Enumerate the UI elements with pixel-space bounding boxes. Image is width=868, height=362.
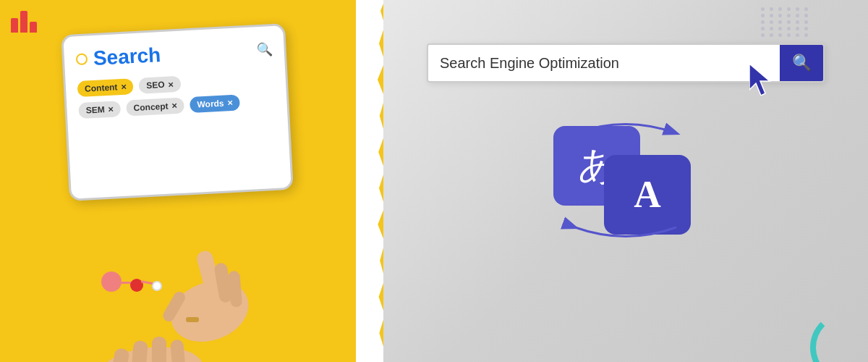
svg-rect-5 [186,317,199,322]
teal-circle-decoration [810,311,868,362]
tag-content-close[interactable]: ✕ [120,83,127,90]
search-input[interactable] [428,45,780,81]
svg-rect-8 [130,340,148,362]
tag-content-label: Content [85,82,118,93]
tag-seo-close[interactable]: ✕ [167,80,174,88]
tablet-search-bar: Search 🔍 [75,38,273,71]
tablet-mockup: Search 🔍 Content ✕ SEO ✕ SEM ✕ Concept ✕ [61,23,294,201]
tablet-search-icon: 🔍 [256,41,273,58]
left-panel: Search 🔍 Content ✕ SEO ✕ SEM ✕ Concept ✕ [0,0,383,362]
tag-seo[interactable]: SEO ✕ [139,76,181,94]
bar-2 [20,11,27,33]
tag-concept-label: Concept [133,101,169,113]
tag-content[interactable]: Content ✕ [77,78,134,97]
translation-arrows [553,119,698,242]
bar-chart-icon [11,11,37,33]
search-button[interactable]: 🔍 [780,45,823,81]
svg-rect-9 [152,337,166,362]
right-panel: 🔍 あ A [383,0,868,362]
tablet-search-label: Search [93,43,161,70]
tags-row-1: Content ✕ SEO ✕ [77,71,275,97]
hand-illustration [94,181,297,362]
tag-concept[interactable]: Concept ✕ [126,98,184,117]
svg-rect-10 [170,339,186,362]
bar-1 [11,18,18,33]
bar-3 [30,22,37,33]
tag-words[interactable]: Words ✕ [190,94,240,113]
dots-decoration [761,7,810,37]
tag-words-close[interactable]: ✕ [226,98,233,106]
tag-sem-label: SEM [85,104,105,115]
svg-marker-11 [749,64,770,96]
tag-concept-close[interactable]: ✕ [171,102,177,110]
tags-row-2: SEM ✕ Concept ✕ Words ✕ [78,93,276,119]
search-button-icon: 🔍 [792,54,812,72]
tag-words-label: Words [197,98,224,110]
tag-sem-close[interactable]: ✕ [107,105,114,113]
cursor-arrow [749,64,775,96]
tag-sem[interactable]: SEM ✕ [78,101,121,119]
translation-icon: あ A [553,119,698,242]
tag-seo-label: SEO [146,80,165,90]
tablet-search-circle [76,53,88,65]
